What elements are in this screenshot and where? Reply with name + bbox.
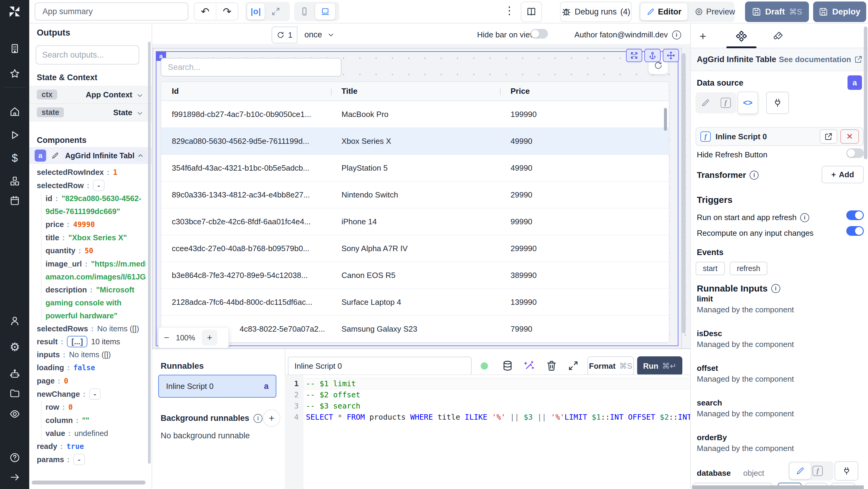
docs-button[interactable] [521,1,542,22]
see-documentation-link[interactable]: See documentation [779,55,863,64]
output-node-quantity[interactable]: quantity:50 [41,244,146,257]
delete-script-button[interactable] [546,360,557,371]
code-line[interactable]: 1-- $1 limit [285,378,690,389]
output-node-description[interactable]: description:"Microsoft gaming console wi… [41,283,146,322]
table-scrollbar[interactable] [664,108,667,131]
aggrid-component[interactable]: a IdTitlePrice f991898d-cb27-4ac7-b10c-0… [156,51,678,346]
code-line[interactable]: 3-- $3 search [285,400,690,411]
output-node-result[interactable]: result:[...]10 items [37,335,146,348]
schedule-dropdown[interactable]: once [304,30,335,39]
table-row[interactable]: 2128adca-7fc6-44bd-800c-dc115df6ac...Sur… [161,289,669,316]
windmill-logo[interactable] [0,0,29,24]
align-mode-button[interactable]: |o| [247,3,265,20]
code-line[interactable]: 4SELECT * FROM products WHERE title ILIK… [285,411,690,423]
info-icon[interactable]: i [749,171,758,180]
redo-button[interactable]: ↷ [216,3,238,20]
script-name-input[interactable] [288,357,472,375]
tab-preview[interactable]: Preview [689,3,741,20]
audit-eye-icon[interactable] [9,408,21,420]
code-editor[interactable]: 1-- $1 limit2-- $2 offset3-- $3 search4S… [285,374,690,489]
outputs-vertical-scrollbar[interactable] [148,41,151,464]
output-node-selectedRowIndex[interactable]: selectedRowIndex:1 [37,166,146,179]
output-node-value[interactable]: value:undefined [41,427,146,440]
more-menu-button[interactable]: ⋮ [504,4,515,17]
output-node-newChange[interactable]: newChange:- [37,388,146,401]
info-icon[interactable]: i [800,213,809,222]
info-icon[interactable]: i [771,284,780,293]
info-icon[interactable]: i [672,30,681,39]
output-node-row[interactable]: row:0 [41,401,146,414]
ai-assistant-button[interactable] [524,360,535,371]
home-icon[interactable] [9,106,21,118]
expand-component-button[interactable] [626,49,642,62]
run-on-start-toggle[interactable] [846,210,864,220]
connect-database-button[interactable] [835,461,858,481]
tab-editor[interactable]: Editor [641,3,687,20]
recompute-toggle[interactable] [846,226,864,236]
billing-icon[interactable]: $ [9,153,21,164]
table-row[interactable]: 829ca080-5630-4562-9d5e-7611199d...Xbox … [161,128,669,155]
output-node-selectedRows[interactable]: selectedRows:No items ([]) [37,322,146,335]
run-button[interactable]: Run ⌘↵ [637,356,682,376]
attached-script-row[interactable]: f Inline Script 0 ✕ [695,127,864,146]
table-search-input[interactable] [161,58,341,77]
output-node-ready[interactable]: ready:true [37,440,146,453]
table-row[interactable]: c303bce7-cb2e-42c6-8fdf-6aa01fc4e4...iPh… [161,208,669,235]
chevron-down-icon[interactable] [136,92,144,99]
collapse-sidebar-icon[interactable] [9,471,21,483]
detach-script-button[interactable]: ✕ [840,129,859,144]
expand-value-button[interactable]: - [89,388,101,400]
expand-value-button[interactable]: - [93,180,104,191]
output-node-price[interactable]: price:49990 [41,218,146,231]
table-row[interactable]: 4c83-8022-5e70a07a2...Samsung Galaxy S23… [161,316,669,342]
static-value-icon[interactable] [701,98,710,107]
collapse-component-button[interactable] [135,150,146,161]
outputs-horizontal-scrollbar[interactable] [32,481,146,485]
table-row[interactable]: 354f6afd-43ac-4321-b1bc-0b5e5adcb...Play… [161,155,669,182]
undo-button[interactable]: ↶ [194,3,216,20]
workers-icon[interactable] [9,368,21,380]
code-line[interactable]: 2-- $2 offset [285,389,690,400]
workspace-icon[interactable] [9,43,21,54]
chevron-down-icon[interactable] [136,110,144,117]
output-node-inputs[interactable]: inputs:No items ([]) [37,348,146,361]
table-row[interactable]: 89c0a336-1343-4812-ac34-e4bb8e27...Ninte… [161,182,669,208]
move-component-button[interactable] [663,49,679,62]
code-mode-button[interactable]: <> [738,92,758,114]
expand-value-button[interactable]: - [73,454,85,465]
favorites-icon[interactable] [9,68,21,79]
info-icon[interactable]: i [253,414,262,423]
event-chip-refresh[interactable]: refresh [730,262,768,275]
mobile-view-button[interactable] [296,7,313,16]
draft-button[interactable]: Draft ⌘S [745,1,809,22]
component-settings-tab[interactable] [735,30,748,43]
runs-icon[interactable] [9,129,21,141]
column-header-title[interactable]: Title [331,82,500,100]
insert-component-tab[interactable]: + [696,30,710,43]
ctx-row[interactable]: ctx App Context [29,86,152,104]
format-button[interactable]: Format ⌘S [587,356,634,376]
output-node-params[interactable]: params:- [37,453,146,466]
settings-vertical-scrollbar[interactable] [864,27,867,159]
expand-value-button[interactable]: [...] [67,336,87,347]
desktop-view-button[interactable] [315,3,335,20]
eval-mode-icon[interactable]: f [812,466,823,476]
runnable-item-inline-script-0[interactable]: Inline Script 0 a [158,375,276,398]
fullscreen-button[interactable] [267,7,284,16]
folders-icon[interactable] [9,388,21,399]
event-chip-start[interactable]: start [695,262,725,275]
state-row[interactable]: state State [29,104,152,122]
add-transformer-button[interactable]: + Add [822,166,864,183]
database-button[interactable] [502,360,513,371]
table-row[interactable]: f991898d-cb27-4ac7-b10c-0b9050ce1...MacB… [161,101,669,128]
anchor-component-button[interactable] [644,49,661,62]
zoom-in-button[interactable]: + [202,330,217,345]
output-node-page[interactable]: page:0 [37,374,146,388]
zoom-out-button[interactable]: − [164,333,169,343]
styling-tab[interactable] [772,30,785,43]
output-node-id[interactable]: id:"829ca080-5630-4562-9d5e-7611199dc669… [41,192,146,218]
app-canvas[interactable]: a IdTitlePrice f991898d-cb27-4ac7-b10c-0… [152,44,690,348]
canvas-scrollbar[interactable] [682,53,686,333]
static-mode-button[interactable] [789,463,811,479]
output-node-image_url[interactable]: image_url:"https://m.media-amazon.com/im… [41,257,146,283]
